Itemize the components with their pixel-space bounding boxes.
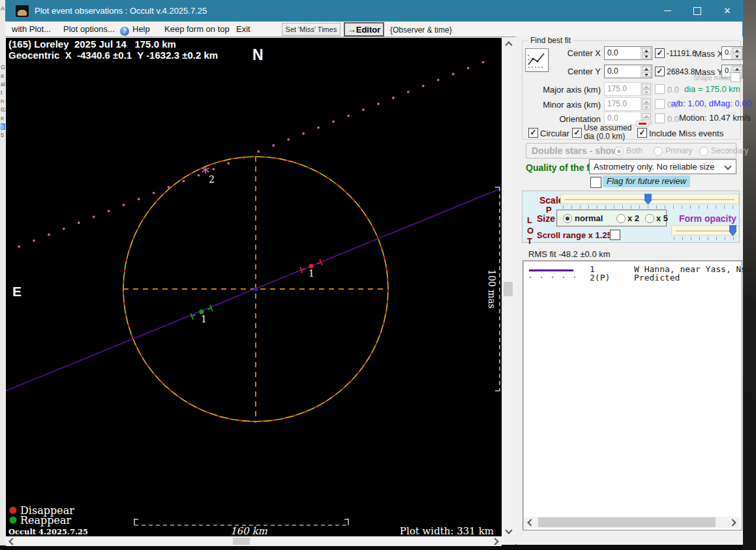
menu-keep-form-on-top[interactable]: Keep form on top	[164, 24, 230, 34]
flag-review-checkbox[interactable]	[590, 177, 601, 188]
menu-exit[interactable]: Exit	[236, 24, 250, 34]
chord1-label-2: 1	[201, 314, 207, 324]
opacity-slider-ticks	[674, 237, 738, 240]
major-cb-value: 0.0	[667, 85, 679, 95]
plot-frame: 1 1 * 2 (165) Loreley 2025 Jul 14 175.0 …	[5, 37, 515, 545]
opacity-slider[interactable]	[671, 225, 739, 236]
circular-label: Circular	[540, 129, 569, 138]
background-text-fragment: A	[1, 5, 5, 12]
observer-time-label: {Observer & time}	[390, 25, 452, 35]
list-scroll-left-icon[interactable]	[527, 519, 534, 526]
scroll-left-icon[interactable]	[8, 538, 16, 545]
station2-name: Predicted	[634, 273, 680, 283]
size-label: Size	[537, 213, 555, 224]
plot-horizontal-scrollbar[interactable]	[6, 536, 502, 546]
double-secondary-radio	[699, 147, 708, 156]
circular-checkbox[interactable]: ✓	[528, 128, 538, 138]
size-x2-radio[interactable]	[616, 214, 626, 223]
menu-plot-options[interactable]: Plot options...	[63, 24, 115, 34]
size-x5-radio[interactable]	[645, 214, 654, 223]
plot-vertical-scrollbar[interactable]	[502, 38, 515, 536]
plot-title-line1: (165) Loreley 2025 Jul 14 175.0 km	[8, 38, 176, 50]
double-both-label: Both	[626, 146, 643, 155]
list-scroll-right-icon[interactable]	[729, 519, 736, 526]
north-label: N	[252, 46, 264, 63]
window-title: Plot event observations : Occult v.4.202…	[35, 6, 652, 16]
background-text-fragment: G	[1, 64, 5, 70]
graph-icon	[526, 49, 547, 70]
size-x5-label: x 5	[656, 213, 668, 223]
y-offset-checkbox[interactable]: ✓	[655, 67, 665, 76]
control-panel: Find best fit Center X 0.0 ✓ -11191.6 Ma…	[517, 37, 743, 545]
close-icon: ✕	[724, 7, 731, 15]
version-label: Occult 4.2025.7.25	[8, 527, 88, 536]
editor-button[interactable]: →Editor	[344, 22, 384, 37]
set-miss-times-button[interactable]: Set 'Miss' Times	[282, 23, 340, 36]
opacity-slider-thumb[interactable]	[729, 225, 736, 236]
minor-axis-checkbox	[655, 99, 665, 109]
maximize-button[interactable]	[682, 0, 712, 22]
motion-readout: Motion: 10.47 km/s	[679, 113, 751, 123]
minimize-button[interactable]	[652, 0, 682, 22]
title-bar: Plot event observations : Occult v.4.202…	[5, 0, 742, 22]
major-axis-spinner: 175.0	[604, 82, 652, 96]
minor-axis-spinner: 175.0	[604, 97, 652, 111]
menu-help[interactable]: ?Help	[120, 24, 150, 36]
menu-bar: with Plot... Plot options... ?Help Keep …	[5, 22, 742, 37]
scroll-right-icon[interactable]	[491, 538, 498, 545]
background-text-fragment: a	[1, 72, 5, 79]
plot-controls-panel: PLOT Scale Size normal x 2 x 5 Form opac…	[522, 191, 740, 243]
scroll-down-icon[interactable]	[505, 527, 512, 534]
scale-slider-thumb[interactable]	[644, 194, 652, 205]
major-axis-label: Major axis (km)	[529, 85, 601, 95]
scale-slider[interactable]	[560, 194, 739, 204]
center-x-spinner[interactable]: 0.0	[604, 46, 652, 60]
mass-x-label: Mass X	[695, 49, 723, 59]
scroll-up-icon[interactable]	[505, 41, 512, 48]
scroll-range-checkbox[interactable]	[610, 230, 620, 240]
horizontal-scroll-thumb[interactable]	[233, 538, 250, 545]
find-best-fit-group: Find best fit Center X 0.0 ✓ -11191.6 Ma…	[522, 40, 741, 140]
form-opacity-label: Form opacity	[679, 213, 736, 224]
menu-with-plot[interactable]: with Plot...	[12, 24, 51, 34]
vertical-scroll-thumb[interactable]	[504, 282, 513, 296]
assumed-circle-swatch-icon	[636, 121, 649, 127]
double-primary-label: Primary	[665, 146, 692, 155]
scale-bar	[134, 519, 348, 525]
chord2-label: 2	[209, 174, 215, 185]
close-button[interactable]: ✕	[712, 0, 742, 22]
shape-model-checkbox	[731, 72, 740, 82]
quality-combobox[interactable]: Astrometry only. No reliable size	[589, 159, 736, 174]
shape-model-label: Shape model	[693, 74, 732, 82]
y-offset-value: 26843.8	[667, 67, 695, 76]
background-text-fragment: t	[1, 89, 5, 96]
chord1-label: 1	[309, 268, 314, 279]
list-scroll-thumb[interactable]	[538, 517, 716, 527]
quality-value: Astrometry only. No reliable size	[594, 162, 714, 172]
list-horizontal-scrollbar[interactable]	[524, 517, 740, 528]
orientation-label: Orientation	[529, 114, 601, 124]
mass-x-spinner[interactable]: 0.0	[721, 46, 743, 60]
ab-readout: a/b: 1.00, dMag: 0.00	[671, 99, 751, 108]
use-assumed-label: Use assumeddia (0.0 km)	[584, 124, 631, 141]
x-offset-checkbox[interactable]: ✓	[655, 48, 665, 58]
fit-graph-button[interactable]	[525, 48, 549, 72]
app-icon	[16, 5, 29, 17]
help-icon: ?	[120, 27, 129, 36]
find-best-fit-title: Find best fit	[528, 36, 573, 45]
use-assumed-checkbox[interactable]: ✓	[572, 128, 582, 138]
maximize-icon	[693, 7, 701, 15]
reappear-legend-dot	[10, 517, 17, 524]
orient-cb-value: 0.0	[667, 114, 679, 124]
flag-review-label[interactable]: Flag for future review	[603, 176, 690, 187]
plot-canvas[interactable]: 1 1 * 2 (165) Loreley 2025 Jul 14 175.0 …	[6, 38, 502, 536]
x-offset-value: -11191.6	[667, 49, 695, 58]
double-stars-title: Double stars - show	[532, 145, 618, 156]
station-listbox[interactable]: 1 W Hanna, near Yass, Nsw 2(P) Predicted	[522, 260, 742, 530]
size-normal-radio[interactable]	[563, 214, 572, 223]
include-miss-label: Include Miss events	[649, 129, 723, 138]
include-miss-checkbox[interactable]: ✓	[637, 128, 647, 138]
center-y-spinner[interactable]: 0.0	[604, 65, 652, 78]
size-x2-label: x 2	[627, 213, 639, 223]
combo-chevron-down-icon	[724, 162, 731, 170]
